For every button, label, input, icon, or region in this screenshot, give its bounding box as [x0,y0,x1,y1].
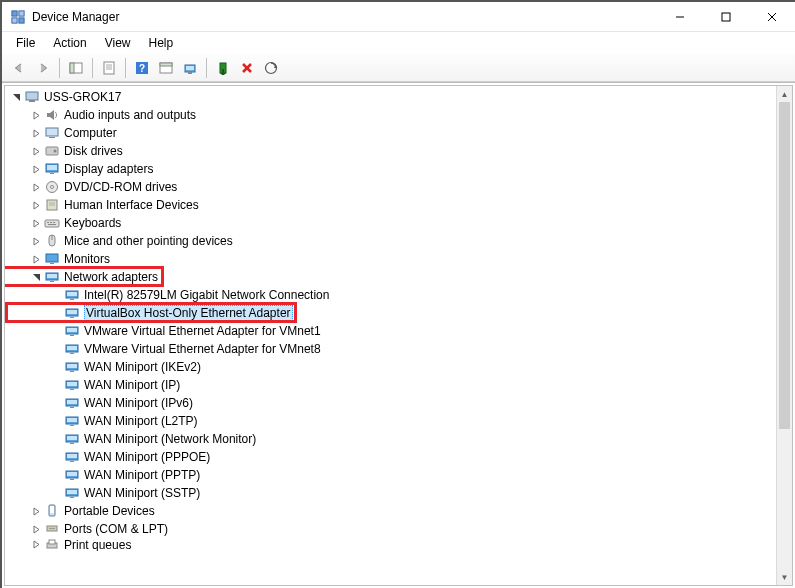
tree-device[interactable]: WAN Miniport (L2TP) [5,412,776,430]
action-list-button[interactable] [155,57,177,79]
tree-category[interactable]: Disk drives [5,142,776,160]
tree-category[interactable]: Keyboards [5,214,776,232]
tree-device[interactable]: VMware Virtual Ethernet Adapter for VMne… [5,322,776,340]
tree-device[interactable]: WAN Miniport (IP) [5,376,776,394]
tree-device[interactable]: WAN Miniport (PPPOE) [5,448,776,466]
expander-placeholder [49,396,63,410]
tree-device[interactable]: Intel(R) 82579LM Gigabit Network Connect… [5,286,776,304]
svg-rect-53 [70,299,74,300]
svg-rect-85 [67,490,77,494]
svg-rect-64 [67,364,77,368]
expand-icon[interactable] [29,522,43,536]
menu-view[interactable]: View [97,34,139,52]
expand-icon[interactable] [29,198,43,212]
tree-category[interactable]: Computer [5,124,776,142]
tree-category[interactable]: Monitors [5,250,776,268]
svg-rect-82 [67,472,77,476]
svg-rect-55 [67,310,77,314]
network-adapter-icon [64,449,80,465]
disk-icon [44,143,60,159]
tree-device[interactable]: VMware Virtual Ethernet Adapter for VMne… [5,340,776,358]
svg-rect-58 [67,328,77,332]
expand-icon[interactable] [29,108,43,122]
svg-rect-80 [70,461,74,462]
expand-icon[interactable] [29,234,43,248]
expand-icon[interactable] [29,504,43,518]
print-icon [44,538,60,551]
tree-category[interactable]: Mice and other pointing devices [5,232,776,250]
tree-device[interactable]: WAN Miniport (IPv6) [5,394,776,412]
show-hide-tree-button[interactable] [65,57,87,79]
expander-placeholder [49,468,63,482]
network-adapter-icon [64,305,80,321]
back-button[interactable] [8,57,30,79]
svg-rect-52 [67,292,77,296]
tree-category[interactable]: Ports (COM & LPT) [5,520,776,538]
svg-rect-59 [70,335,74,336]
scroll-track[interactable] [777,102,792,569]
tree-category[interactable]: DVD/CD-ROM drives [5,178,776,196]
svg-rect-47 [50,263,54,264]
tree-category[interactable]: Audio inputs and outputs [5,106,776,124]
enable-device-button[interactable] [212,57,234,79]
tree-category[interactable]: Print queues [5,538,776,551]
svg-rect-1 [19,10,24,15]
tree-device[interactable]: VirtualBox Host-Only Ethernet Adapter [5,304,776,322]
content-area: USS-GROK17Audio inputs and outputsComput… [2,82,795,588]
vertical-scrollbar[interactable]: ▲ ▼ [776,86,792,585]
collapse-icon[interactable] [9,90,23,104]
tree-device[interactable]: WAN Miniport (PPTP) [5,466,776,484]
svg-rect-33 [50,173,54,174]
tree-category[interactable]: Display adapters [5,160,776,178]
expand-icon[interactable] [29,538,43,551]
expand-icon[interactable] [29,180,43,194]
tree-item-label: WAN Miniport (IKEv2) [84,360,201,374]
tree-item-label: Human Interface Devices [64,198,199,212]
tree-device[interactable]: WAN Miniport (Network Monitor) [5,430,776,448]
update-driver-button[interactable] [179,57,201,79]
minimize-button[interactable] [657,2,703,31]
expand-icon[interactable] [29,126,43,140]
scroll-thumb[interactable] [779,102,790,429]
hid-icon [44,197,60,213]
help-button[interactable]: ? [131,57,153,79]
svg-rect-10 [104,62,114,74]
tree-item-label: WAN Miniport (L2TP) [84,414,198,428]
tree-category[interactable]: Portable Devices [5,502,776,520]
svg-text:?: ? [139,63,145,74]
menu-action[interactable]: Action [45,34,94,52]
device-tree[interactable]: USS-GROK17Audio inputs and outputsComput… [5,86,776,585]
svg-rect-65 [70,371,74,372]
maximize-button[interactable] [703,2,749,31]
tree-category[interactable]: Human Interface Devices [5,196,776,214]
forward-button[interactable] [32,57,54,79]
tree-item-label: WAN Miniport (Network Monitor) [84,432,256,446]
scroll-up-button[interactable]: ▲ [777,86,792,102]
expand-icon[interactable] [29,252,43,266]
menu-file[interactable]: File [8,34,43,52]
tree-category[interactable]: Network adapters [5,268,776,286]
tree-root[interactable]: USS-GROK17 [5,88,776,106]
network-adapter-icon [64,323,80,339]
expand-icon[interactable] [29,162,43,176]
tree-device[interactable]: WAN Miniport (SSTP) [5,484,776,502]
scan-hardware-button[interactable] [260,57,282,79]
svg-rect-17 [160,63,172,66]
scroll-down-button[interactable]: ▼ [777,569,792,585]
collapse-icon[interactable] [29,270,43,284]
menu-help[interactable]: Help [141,34,182,52]
svg-rect-77 [70,443,74,444]
expand-icon[interactable] [29,144,43,158]
properties-button[interactable] [98,57,120,79]
tree-item-label: WAN Miniport (PPPOE) [84,450,210,464]
uninstall-device-button[interactable] [236,57,258,79]
svg-rect-9 [70,63,74,73]
ports-icon [44,521,60,537]
close-button[interactable] [749,2,795,31]
svg-rect-70 [67,400,77,404]
svg-point-30 [54,150,57,153]
toolbar: ? [2,54,795,82]
expand-icon[interactable] [29,216,43,230]
keyboard-icon [44,215,60,231]
tree-device[interactable]: WAN Miniport (IKEv2) [5,358,776,376]
